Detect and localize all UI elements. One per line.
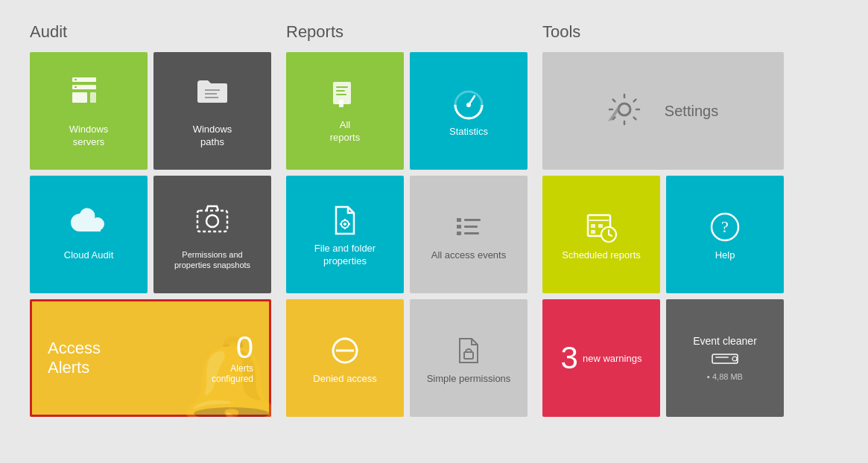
cloud-audit-label: Cloud Audit — [58, 249, 120, 262]
event-cleaner-label: Event cleaner — [693, 335, 757, 347]
svg-rect-12 — [336, 86, 348, 88]
svg-rect-3 — [90, 92, 96, 103]
svg-rect-8 — [205, 97, 218, 98]
svg-rect-15 — [339, 100, 343, 107]
tile-file-folder-properties[interactable]: File and folderproperties — [286, 176, 404, 293]
tile-windows-servers[interactable]: Windowsservers — [30, 52, 148, 170]
permissions-snapshots-label: Permissions andproperties snapshots — [168, 249, 256, 271]
reports-section: Reports Allreports — [286, 22, 528, 441]
svg-rect-6 — [205, 89, 220, 91]
statistics-label: Statistics — [443, 126, 494, 138]
svg-point-46 — [732, 357, 737, 361]
file-lock-icon — [449, 331, 488, 373]
help-icon: ? — [706, 208, 744, 249]
list-icon — [449, 208, 488, 249]
svg-rect-13 — [336, 90, 345, 92]
svg-text:?: ? — [721, 217, 729, 236]
warnings-label: new warnings — [583, 353, 642, 364]
access-alerts-info: 0 Alertsconfigured — [212, 332, 253, 384]
svg-rect-7 — [205, 93, 217, 95]
camera-icon — [193, 199, 232, 243]
settings-icon — [602, 90, 647, 132]
disk-size: ▪ 4,88 MB — [707, 372, 743, 381]
tile-simple-permissions[interactable]: Simple permissions — [410, 299, 528, 417]
svg-rect-34 — [464, 352, 473, 359]
svg-rect-29 — [464, 219, 481, 221]
svg-rect-2 — [72, 92, 87, 103]
help-label: Help — [709, 249, 741, 262]
svg-rect-37 — [591, 224, 595, 228]
svg-rect-45 — [712, 354, 738, 363]
tile-permissions-snapshots[interactable]: Permissions andproperties snapshots — [153, 176, 271, 293]
denied-access-label: Denied access — [307, 373, 382, 386]
audit-title: Audit — [30, 22, 271, 42]
svg-rect-4 — [75, 79, 77, 80]
access-alerts-label: AccessAlerts — [48, 339, 101, 378]
tile-new-warnings[interactable]: 3 new warnings — [542, 299, 660, 417]
tile-windows-paths[interactable]: Windowspaths — [153, 52, 271, 170]
svg-rect-9 — [197, 211, 227, 232]
tile-help[interactable]: ? Help — [666, 176, 784, 293]
settings-label: Settings — [659, 101, 724, 121]
svg-point-10 — [206, 215, 218, 227]
reports-title: Reports — [286, 22, 528, 42]
scheduled-icon — [582, 208, 621, 249]
alerts-count: 0 — [212, 332, 253, 363]
file-settings-icon — [326, 201, 364, 243]
svg-rect-36 — [589, 220, 609, 221]
tile-all-access-events[interactable]: All access events — [410, 176, 528, 293]
cloud-icon — [68, 208, 110, 243]
svg-rect-30 — [464, 226, 478, 228]
tools-section: Tools Settings — [542, 22, 784, 441]
denied-icon — [326, 331, 364, 373]
svg-rect-26 — [457, 218, 461, 222]
svg-point-19 — [466, 103, 471, 107]
tile-denied-access[interactable]: Denied access — [286, 299, 404, 417]
windows-servers-label: Windowsservers — [63, 124, 115, 149]
warnings-count: 3 — [561, 340, 578, 376]
reports-icon — [326, 77, 364, 119]
tile-settings[interactable]: Settings — [542, 52, 784, 170]
tile-scheduled-reports[interactable]: Scheduled reports — [542, 176, 660, 293]
disk-icon — [711, 353, 739, 368]
svg-rect-31 — [464, 232, 479, 234]
svg-point-21 — [343, 223, 346, 226]
tile-cloud-audit[interactable]: Cloud Audit — [30, 176, 148, 293]
tile-statistics[interactable]: Statistics — [410, 52, 528, 170]
file-folder-label: File and folderproperties — [308, 243, 381, 268]
tile-access-alerts[interactable]: AccessAlerts 0 Alertsconfigured 🔔 — [30, 299, 271, 417]
folder-icon — [193, 73, 232, 118]
all-access-events-label: All access events — [425, 249, 512, 262]
gauge-icon — [449, 84, 488, 126]
svg-rect-39 — [591, 230, 595, 234]
alerts-configured-label: Alertsconfigured — [212, 363, 253, 384]
windows-paths-label: Windowspaths — [187, 124, 238, 149]
all-reports-label: Allreports — [324, 119, 366, 144]
svg-rect-14 — [336, 94, 346, 95]
scheduled-reports-label: Scheduled reports — [556, 249, 647, 262]
svg-rect-27 — [457, 225, 461, 229]
tile-event-cleaner[interactable]: Event cleaner ▪ 4,88 MB — [666, 299, 784, 417]
svg-rect-47 — [715, 357, 729, 358]
svg-rect-38 — [598, 224, 603, 228]
svg-rect-5 — [75, 86, 77, 88]
audit-section: Audit Windowsservers — [30, 22, 271, 441]
tools-title: Tools — [542, 22, 784, 42]
server-icon — [69, 73, 108, 118]
svg-rect-28 — [457, 232, 461, 235]
tile-all-reports[interactable]: Allreports — [286, 52, 404, 170]
simple-permissions-label: Simple permissions — [421, 373, 517, 386]
